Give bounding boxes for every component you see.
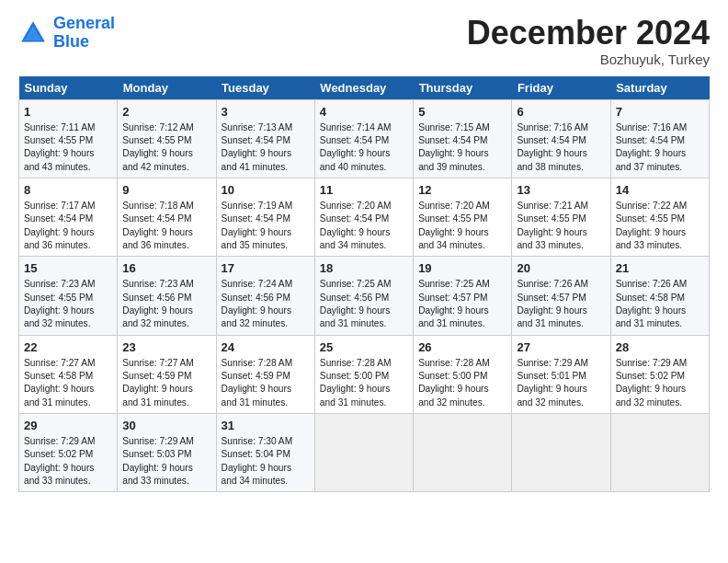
day-number: 20 bbox=[517, 260, 605, 277]
table-row: 6Sunrise: 7:16 AMSunset: 4:54 PMDaylight… bbox=[512, 99, 610, 178]
table-row: 7Sunrise: 7:16 AMSunset: 4:54 PMDaylight… bbox=[610, 99, 709, 178]
table-row: 13Sunrise: 7:21 AMSunset: 4:55 PMDayligh… bbox=[512, 178, 610, 256]
table-row: 29Sunrise: 7:29 AMSunset: 5:02 PMDayligh… bbox=[19, 413, 118, 491]
day-number: 27 bbox=[517, 339, 605, 356]
table-row: 1Sunrise: 7:11 AMSunset: 4:55 PMDaylight… bbox=[19, 99, 118, 178]
table-row: 9Sunrise: 7:18 AMSunset: 4:54 PMDaylight… bbox=[118, 178, 216, 256]
day-number: 8 bbox=[24, 182, 112, 199]
calendar-row-2: 8Sunrise: 7:17 AMSunset: 4:54 PMDaylight… bbox=[19, 178, 710, 256]
day-number: 21 bbox=[616, 260, 704, 277]
table-row: 15Sunrise: 7:23 AMSunset: 4:55 PMDayligh… bbox=[19, 257, 118, 335]
table-row: 28Sunrise: 7:29 AMSunset: 5:02 PMDayligh… bbox=[610, 335, 709, 413]
table-row: 21Sunrise: 7:26 AMSunset: 4:58 PMDayligh… bbox=[610, 257, 709, 335]
calendar-row-3: 15Sunrise: 7:23 AMSunset: 4:55 PMDayligh… bbox=[19, 257, 710, 335]
col-thursday: Thursday bbox=[414, 76, 512, 100]
day-number: 24 bbox=[222, 339, 310, 356]
calendar-row-5: 29Sunrise: 7:29 AMSunset: 5:02 PMDayligh… bbox=[19, 413, 710, 491]
day-number: 13 bbox=[517, 182, 605, 199]
day-number: 16 bbox=[122, 260, 210, 277]
table-row: 2Sunrise: 7:12 AMSunset: 4:55 PMDaylight… bbox=[118, 99, 216, 178]
day-number: 25 bbox=[320, 339, 408, 356]
table-row: 17Sunrise: 7:24 AMSunset: 4:56 PMDayligh… bbox=[216, 257, 314, 335]
col-sunday: Sunday bbox=[19, 76, 118, 100]
logo-text: General Blue bbox=[53, 15, 115, 52]
day-number: 5 bbox=[418, 104, 506, 121]
page: General Blue December 2024 Bozhuyuk, Tur… bbox=[0, 0, 728, 501]
table-row: 12Sunrise: 7:20 AMSunset: 4:55 PMDayligh… bbox=[414, 178, 512, 256]
day-number: 18 bbox=[320, 260, 408, 277]
day-number: 28 bbox=[616, 339, 704, 356]
month-title: December 2024 bbox=[467, 15, 710, 52]
table-row: 26Sunrise: 7:28 AMSunset: 5:00 PMDayligh… bbox=[414, 335, 512, 413]
col-wednesday: Wednesday bbox=[314, 76, 413, 100]
calendar-row-4: 22Sunrise: 7:27 AMSunset: 4:58 PMDayligh… bbox=[19, 335, 710, 413]
day-number: 15 bbox=[24, 260, 112, 277]
table-row: 24Sunrise: 7:28 AMSunset: 4:59 PMDayligh… bbox=[216, 335, 314, 413]
table-row bbox=[610, 413, 709, 491]
day-number: 6 bbox=[517, 104, 605, 121]
table-row: 20Sunrise: 7:26 AMSunset: 4:57 PMDayligh… bbox=[512, 257, 610, 335]
logo-icon bbox=[18, 18, 48, 48]
table-row: 19Sunrise: 7:25 AMSunset: 4:57 PMDayligh… bbox=[414, 257, 512, 335]
table-row bbox=[314, 413, 413, 491]
day-number: 31 bbox=[222, 418, 310, 434]
col-friday: Friday bbox=[512, 76, 610, 100]
title-block: December 2024 Bozhuyuk, Turkey bbox=[467, 15, 710, 67]
col-monday: Monday bbox=[118, 76, 216, 100]
header-row: Sunday Monday Tuesday Wednesday Thursday… bbox=[19, 76, 710, 100]
table-row bbox=[414, 413, 512, 491]
table-row: 11Sunrise: 7:20 AMSunset: 4:54 PMDayligh… bbox=[314, 178, 413, 256]
day-number: 17 bbox=[222, 260, 310, 277]
day-number: 29 bbox=[24, 418, 112, 434]
table-row bbox=[512, 413, 610, 491]
day-number: 10 bbox=[222, 182, 310, 199]
table-row: 23Sunrise: 7:27 AMSunset: 4:59 PMDayligh… bbox=[118, 335, 216, 413]
day-number: 12 bbox=[418, 182, 506, 199]
col-tuesday: Tuesday bbox=[216, 76, 314, 100]
table-row: 16Sunrise: 7:23 AMSunset: 4:56 PMDayligh… bbox=[118, 257, 216, 335]
day-number: 14 bbox=[616, 182, 704, 199]
day-number: 30 bbox=[122, 418, 210, 434]
calendar-row-1: 1Sunrise: 7:11 AMSunset: 4:55 PMDaylight… bbox=[19, 99, 710, 178]
table-row: 4Sunrise: 7:14 AMSunset: 4:54 PMDaylight… bbox=[314, 99, 413, 178]
day-number: 4 bbox=[320, 104, 408, 121]
table-row: 30Sunrise: 7:29 AMSunset: 5:03 PMDayligh… bbox=[118, 413, 216, 491]
day-number: 3 bbox=[222, 104, 310, 121]
location: Bozhuyuk, Turkey bbox=[467, 52, 710, 67]
table-row: 14Sunrise: 7:22 AMSunset: 4:55 PMDayligh… bbox=[610, 178, 709, 256]
table-row: 8Sunrise: 7:17 AMSunset: 4:54 PMDaylight… bbox=[19, 178, 118, 256]
table-row: 25Sunrise: 7:28 AMSunset: 5:00 PMDayligh… bbox=[314, 335, 413, 413]
day-number: 22 bbox=[24, 339, 112, 356]
table-row: 22Sunrise: 7:27 AMSunset: 4:58 PMDayligh… bbox=[19, 335, 118, 413]
day-number: 2 bbox=[122, 104, 210, 121]
logo: General Blue bbox=[18, 15, 115, 52]
table-row: 31Sunrise: 7:30 AMSunset: 5:04 PMDayligh… bbox=[216, 413, 314, 491]
table-row: 5Sunrise: 7:15 AMSunset: 4:54 PMDaylight… bbox=[414, 99, 512, 178]
day-number: 11 bbox=[320, 182, 408, 199]
col-saturday: Saturday bbox=[610, 76, 709, 100]
table-row: 3Sunrise: 7:13 AMSunset: 4:54 PMDaylight… bbox=[216, 99, 314, 178]
day-number: 1 bbox=[24, 104, 112, 121]
header: General Blue December 2024 Bozhuyuk, Tur… bbox=[18, 15, 710, 67]
calendar-table: Sunday Monday Tuesday Wednesday Thursday… bbox=[18, 76, 710, 493]
day-number: 7 bbox=[616, 104, 704, 121]
day-number: 9 bbox=[122, 182, 210, 199]
calendar-body: 1Sunrise: 7:11 AMSunset: 4:55 PMDaylight… bbox=[19, 99, 710, 492]
day-number: 19 bbox=[418, 260, 506, 277]
day-number: 26 bbox=[418, 339, 506, 356]
day-number: 23 bbox=[122, 339, 210, 356]
table-row: 10Sunrise: 7:19 AMSunset: 4:54 PMDayligh… bbox=[216, 178, 314, 256]
table-row: 27Sunrise: 7:29 AMSunset: 5:01 PMDayligh… bbox=[512, 335, 610, 413]
table-row: 18Sunrise: 7:25 AMSunset: 4:56 PMDayligh… bbox=[314, 257, 413, 335]
